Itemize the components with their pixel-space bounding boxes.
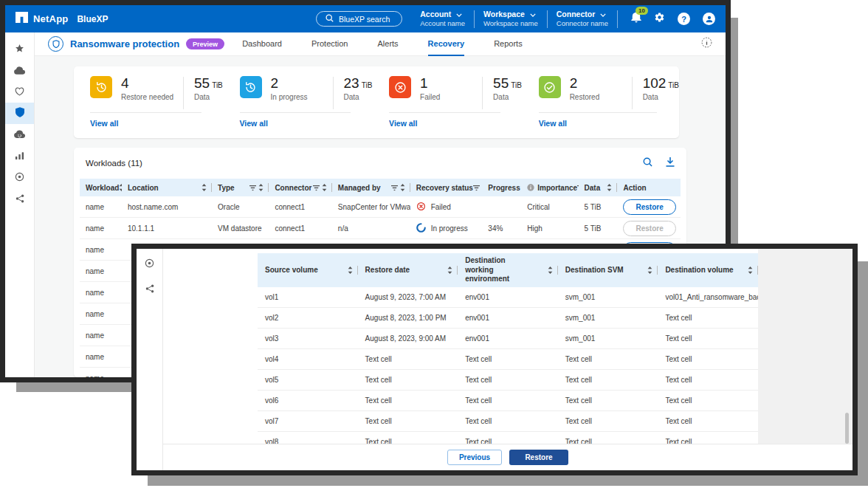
stat-rule: [90, 112, 202, 113]
cell-type: VM datastore: [212, 224, 269, 233]
col-workload[interactable]: Workload: [86, 184, 119, 192]
col-action: Action: [623, 184, 646, 192]
col-progress[interactable]: Progress: [488, 184, 520, 192]
stat-count: 1: [420, 76, 482, 90]
stat-label: Restored: [570, 93, 632, 101]
tab-reports[interactable]: Reports: [494, 32, 523, 56]
notifications-button[interactable]: 10: [631, 12, 641, 26]
user-icon: [703, 13, 715, 25]
user-menu-button[interactable]: [703, 13, 715, 25]
volume-row[interactable]: vol7Text cellText cellText cellText cell: [258, 411, 758, 432]
bluexp-search-button[interactable]: BlueXP search: [316, 11, 402, 27]
sort-icon: [748, 267, 753, 274]
sidebar-item-protection[interactable]: [5, 103, 34, 124]
view-all-link[interactable]: View all: [90, 119, 118, 128]
cell-destination-svm: svm_001: [558, 334, 658, 343]
dialog-footer: Previous Restore: [163, 444, 852, 470]
page-title: Ransomware protection: [70, 38, 179, 49]
stat-data-label: Data: [344, 93, 373, 101]
col-recovery-status[interactable]: Recovery status: [416, 184, 473, 192]
settings-button[interactable]: [654, 12, 665, 26]
sidebar-item-favorites[interactable]: [5, 38, 34, 60]
col-source-volume[interactable]: Source volume: [265, 266, 318, 275]
download-icon[interactable]: [666, 157, 675, 170]
tab-protection[interactable]: Protection: [311, 32, 348, 56]
sort-icon: [258, 184, 264, 191]
vertical-scrollbar[interactable]: [845, 413, 849, 444]
topbar-menus: Account Account name Workspace Workspace…: [420, 10, 715, 28]
governance-icon: [15, 171, 24, 185]
front-sidebar: [137, 249, 163, 470]
sort-icon: [400, 184, 405, 191]
volume-row[interactable]: vol5Text cellText cellText cellText cell: [258, 370, 758, 391]
cell-source-volume: vol4: [258, 355, 358, 363]
cell-destination-svm: svm_001: [558, 314, 658, 322]
previous-button[interactable]: Previous: [447, 450, 502, 465]
volume-row[interactable]: vol2August 8, 2023, 1:00 PMenv001svm_001…: [258, 308, 758, 329]
account-menu[interactable]: Account Account name: [420, 10, 465, 28]
view-all-link[interactable]: View all: [240, 119, 268, 128]
filter-icon: [473, 185, 480, 191]
cell-destination-svm: Text cell: [558, 355, 658, 363]
restore-needed-icon: [90, 76, 112, 98]
governance-icon[interactable]: [145, 258, 154, 271]
stat-label: Restore needed: [121, 93, 183, 101]
cell-data: 5 TiB: [579, 203, 618, 211]
col-type[interactable]: Type: [218, 184, 235, 192]
volume-row[interactable]: vol1August 9, 2023, 7:00 AMenv001svm_001…: [258, 287, 758, 308]
col-destination-svm[interactable]: Destination SVM: [565, 266, 624, 275]
gear-icon: [654, 12, 665, 26]
volume-row[interactable]: vol6Text cellText cellText cellText cell: [258, 391, 758, 411]
page-info-button[interactable]: [701, 37, 712, 51]
analytics-icon: [15, 150, 24, 163]
cell-workload: name: [80, 374, 122, 378]
volume-row[interactable]: vol4Text cellText cellText cellText cell: [258, 349, 758, 370]
topbar-icons: 10 ?: [631, 12, 715, 26]
stat-count: 2: [271, 76, 333, 90]
sidebar-item-storage[interactable]: [5, 60, 34, 81]
workloads-title: Workloads (11): [86, 159, 142, 168]
col-location[interactable]: Location: [128, 184, 159, 192]
cell-importance: High: [521, 224, 578, 233]
col-connector[interactable]: Connector: [275, 184, 311, 192]
col-destination-working-environment[interactable]: Destination working environment: [465, 256, 533, 284]
tab-recovery[interactable]: Recovery: [428, 32, 465, 56]
help-button[interactable]: ?: [678, 13, 690, 25]
chevron-down-icon: [530, 10, 536, 19]
health-icon: [15, 86, 24, 99]
col-data[interactable]: Data: [585, 184, 601, 192]
sidebar-item-share[interactable]: [5, 188, 34, 210]
connector-label: Connector: [557, 10, 596, 19]
col-destination-volume[interactable]: Destination volume: [665, 266, 733, 275]
connector-menu[interactable]: Connector Connector name: [557, 10, 608, 28]
table-search-icon[interactable]: [643, 157, 652, 170]
workspace-menu[interactable]: Workspace Workspace name: [483, 10, 538, 28]
sidebar-item-health[interactable]: [5, 81, 34, 103]
volume-row[interactable]: vol3August 8, 2023, 9:00 AMenv001svm_001…: [258, 329, 758, 349]
tab-dashboard[interactable]: Dashboard: [242, 32, 282, 56]
stat-data-label: Data: [643, 93, 679, 101]
view-all-link[interactable]: View all: [539, 119, 567, 128]
restore-button[interactable]: Restore: [623, 199, 675, 215]
cell-workload: name: [80, 203, 122, 211]
view-all-link[interactable]: View all: [389, 119, 417, 128]
sidebar-item-backup[interactable]: [5, 124, 34, 145]
share-icon[interactable]: [145, 283, 154, 296]
netapp-logo-icon: [16, 12, 28, 26]
protection-shield-icon: [16, 107, 24, 120]
sidebar-item-analytics[interactable]: [5, 145, 34, 167]
failed-icon: [389, 76, 411, 98]
stat-divider: [333, 77, 334, 109]
topbar-divider: [547, 10, 548, 28]
sidebar-item-governance[interactable]: [5, 167, 34, 188]
col-importance[interactable]: Importance: [537, 184, 577, 192]
restore-submit-button[interactable]: Restore: [509, 450, 568, 465]
stat-rule: [240, 112, 351, 113]
workspace-value: Workspace name: [483, 19, 538, 28]
tab-alerts[interactable]: Alerts: [377, 32, 398, 56]
stat-data-unit: TiB: [362, 81, 373, 89]
col-restore-date[interactable]: Restore date: [365, 266, 410, 275]
cell-destination-environment: Text cell: [458, 417, 558, 425]
stat-divider: [183, 77, 184, 109]
col-managed-by[interactable]: Managed by: [338, 184, 381, 192]
